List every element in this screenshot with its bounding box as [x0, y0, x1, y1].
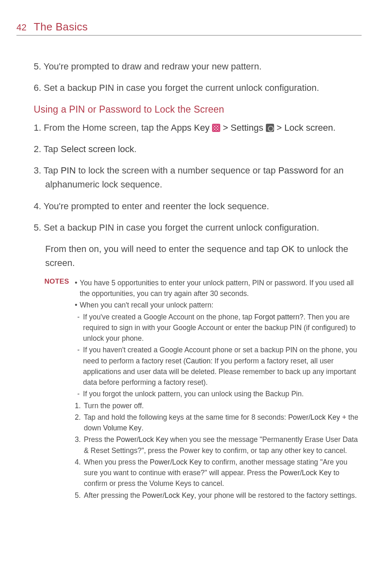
- settings-icon: [266, 124, 274, 132]
- sep: >: [220, 123, 231, 133]
- text: You're prompted to enter and reenter the…: [44, 201, 269, 211]
- settings-label: Settings: [231, 123, 263, 133]
- dash-icon: -: [77, 312, 83, 344]
- select-screen-lock: Select screen lock: [61, 144, 134, 154]
- step-5: 5. You're prompted to draw and redraw yo…: [34, 60, 362, 74]
- dash-icon: -: [77, 344, 83, 388]
- lock-screen-label: Lock screen: [284, 123, 333, 133]
- num: 1.: [75, 400, 84, 411]
- t: Press the: [84, 435, 116, 444]
- text: If you forgot the unlock pattern, you ca…: [83, 388, 362, 399]
- text: You have 5 opportunities to enter your u…: [80, 277, 362, 299]
- pin-step-5: 5. Set a backup PIN in case you forget t…: [34, 221, 362, 235]
- t: When you press the: [84, 458, 150, 466]
- forgot-pattern-label: Forgot pattern?: [254, 313, 304, 321]
- caution-label: Caution: [186, 357, 210, 365]
- apps-key-label: ps Key: [182, 123, 210, 133]
- step-6-text: Set a backup PIN in case you forget the …: [44, 83, 319, 93]
- text: If you've created a Google Account on th…: [83, 312, 362, 344]
- pin-label: PIN: [61, 165, 76, 176]
- text: When you can't recall your unlock patter…: [80, 300, 362, 310]
- num: 4.: [75, 457, 84, 489]
- notes-body: • You have 5 opportunities to enter your…: [75, 277, 362, 502]
- notes-label: NOTES: [44, 277, 69, 502]
- password-label: Password: [278, 165, 318, 176]
- step-6: 6. Set a backup PIN in case you forget t…: [34, 81, 362, 95]
- t: Tap and hold the following keys at the s…: [84, 413, 288, 421]
- text: Set a backup PIN in case you forget the …: [44, 222, 319, 233]
- num: 2.: [75, 412, 84, 434]
- text: Press the Power/Lock Key when you see th…: [84, 434, 362, 456]
- text: When you press the Power/Lock Key to con…: [84, 457, 362, 489]
- text: If you haven't created a Google Account …: [83, 344, 362, 388]
- power-lock-key: Power/Lock Key: [279, 469, 331, 477]
- page-header: 42 The Basics: [16, 21, 362, 36]
- pin-step-1: 1. From the Home screen, tap the Apps Ke…: [34, 121, 362, 135]
- ok-label: OK: [281, 244, 295, 254]
- apps-key-icon: [212, 124, 220, 132]
- subheading: Using a PIN or Password to Lock the Scre…: [34, 104, 362, 115]
- num: 3.: [75, 434, 84, 456]
- note-dash-1: - If you've created a Google Account on …: [75, 312, 362, 344]
- text: Tap: [44, 144, 61, 154]
- note-num-4: 4. When you press the Power/Lock Key to …: [75, 457, 362, 489]
- text: Turn the power off.: [84, 400, 362, 411]
- text: From then on, you will need to enter the…: [45, 244, 281, 254]
- page-content: 5. You're prompted to draw and redraw yo…: [16, 60, 362, 502]
- step-5-text: You're prompted to draw and redraw your …: [44, 61, 261, 72]
- note-dash-3: - If you forgot the unlock pattern, you …: [75, 388, 362, 399]
- period: .: [333, 123, 336, 133]
- page-number: 42: [16, 22, 34, 33]
- t: , your phone will be restored to the fac…: [194, 491, 357, 499]
- power-lock-key: Power/Lock Key: [150, 458, 202, 466]
- volume-key: Volume Key: [103, 424, 141, 432]
- num: 5.: [75, 490, 84, 501]
- text: Tap and hold the following keys at the s…: [84, 412, 362, 434]
- notes-block: NOTES • You have 5 opportunities to ente…: [34, 277, 362, 502]
- bullet-icon: •: [75, 300, 80, 310]
- pin-step-2: 2. Tap Select screen lock.: [34, 142, 362, 156]
- pin-step-4: 4. You're prompted to enter and reenter …: [34, 199, 362, 213]
- note-num-3: 3. Press the Power/Lock Key when you see…: [75, 434, 362, 456]
- note-num-1: 1. Turn the power off.: [75, 400, 362, 411]
- note-dash-2: - If you haven't created a Google Accoun…: [75, 344, 362, 388]
- text: After pressing the Power/Lock Key, your …: [84, 490, 362, 501]
- dash-icon: -: [77, 388, 83, 399]
- sep2: >: [274, 123, 284, 133]
- power-lock-key: Power/Lock Key: [142, 491, 194, 499]
- note-bullet-1: • You have 5 opportunities to enter your…: [75, 277, 362, 299]
- power-lock-key: Power/Lock Key: [288, 413, 340, 421]
- t: If you've created a Google Account on th…: [83, 313, 254, 321]
- t: .: [141, 424, 143, 432]
- period: .: [134, 144, 136, 154]
- note-num-5: 5. After pressing the Power/Lock Key, yo…: [75, 490, 362, 501]
- pin-step-3: 3. Tap PIN to lock the screen with a num…: [34, 164, 362, 192]
- closing-paragraph: From then on, you will need to enter the…: [34, 242, 362, 270]
- power-lock-key: Power/Lock Key: [116, 435, 168, 444]
- bullet-icon: •: [75, 277, 80, 299]
- section-title: The Basics: [34, 21, 88, 33]
- note-num-2: 2. Tap and hold the following keys at th…: [75, 412, 362, 434]
- text: to lock the screen with a number sequenc…: [76, 165, 278, 176]
- text: From the Home screen, tap the Ap: [44, 123, 182, 133]
- note-bullet-2: • When you can't recall your unlock patt…: [75, 300, 362, 310]
- t: After pressing the: [84, 491, 142, 499]
- text: Tap: [44, 165, 61, 176]
